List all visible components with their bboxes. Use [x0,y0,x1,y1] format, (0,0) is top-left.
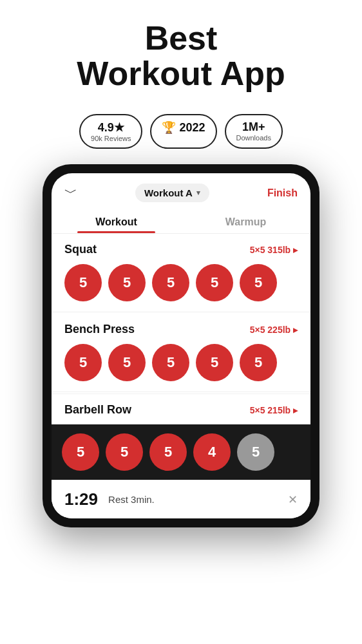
rating-value: 4.9★ [98,120,124,135]
squat-set-5[interactable]: 5 [240,264,277,301]
squat-header: Squat 5×5 315lb ▸ [64,243,298,256]
exercise-bench-press: Bench Press 5×5 225lb ▸ 5 5 5 5 5 [52,314,310,392]
bench-set-3[interactable]: 5 [152,344,189,381]
timer-close-button[interactable]: ✕ [288,493,298,507]
downloads-sub: Downloads [236,134,271,142]
badge-downloads: 1M+ Downloads [225,114,283,149]
downloads-value: 1M+ [242,120,265,134]
tab-workout[interactable]: Workout [52,210,181,233]
finish-button[interactable]: Finish [267,187,298,199]
phone-screen: ﹀ Workout A ▾ Finish Workout Warmup [52,173,310,518]
barbell-name: Barbell Row [64,403,131,417]
barbell-set-3[interactable]: 5 [149,433,187,471]
exercise-squat: Squat 5×5 315lb ▸ 5 5 5 5 5 [52,234,310,312]
exercise-barbell-row: Barbell Row 5×5 215lb ▸ [52,393,310,424]
barbell-sets-label[interactable]: 5×5 215lb ▸ [250,405,298,415]
bench-header: Bench Press 5×5 225lb ▸ [64,323,298,336]
squat-set-1[interactable]: 5 [64,264,102,301]
barbell-set-2[interactable]: 5 [106,433,143,471]
bench-set-2[interactable]: 5 [108,344,146,381]
squat-sets-row: 5 5 5 5 5 [64,264,298,301]
tab-warmup[interactable]: Warmup [181,210,310,233]
barbell-set-5[interactable]: 5 [237,433,274,471]
squat-set-2[interactable]: 5 [108,264,146,301]
bench-set-4[interactable]: 5 [196,344,233,381]
bench-set-5[interactable]: 5 [240,344,277,381]
app-topbar: ﹀ Workout A ▾ Finish [52,173,310,207]
page-wrapper: Best Workout App 4.9★ 90k Reviews 🏆 2022… [0,0,362,527]
back-chevron-icon[interactable]: ﹀ [64,184,77,202]
rest-timer: 1:29 Rest 3min. ✕ [52,480,310,518]
bench-set-1[interactable]: 5 [64,344,102,381]
header-title: Best Workout App [77,21,285,91]
rating-sub: 90k Reviews [91,135,131,142]
squat-set-3[interactable]: 5 [152,264,189,301]
dropdown-arrow-icon: ▾ [196,189,200,197]
squat-set-4[interactable]: 5 [196,264,233,301]
barbell-set-4[interactable]: 4 [193,433,231,471]
timer-time: 1:29 [64,489,98,509]
phone-mockup: ﹀ Workout A ▾ Finish Workout Warmup [43,164,319,527]
bottom-sets-bar: 5 5 5 4 5 [52,424,310,480]
header: Best Workout App [64,0,298,104]
badge-rating: 4.9★ 90k Reviews [79,114,142,149]
badge-award: 🏆 2022 [150,114,216,149]
tabs-bar: Workout Warmup [52,210,310,234]
timer-label: Rest 3min. [108,494,278,505]
barbell-header: Barbell Row 5×5 215lb ▸ [64,403,298,417]
workout-selector[interactable]: Workout A ▾ [135,184,209,202]
squat-sets-label[interactable]: 5×5 315lb ▸ [250,245,298,255]
badges-row: 4.9★ 90k Reviews 🏆 2022 1M+ Downloads [79,114,283,149]
bench-sets-label[interactable]: 5×5 225lb ▸ [250,325,298,335]
bench-sets-row: 5 5 5 5 5 [64,344,298,381]
workout-name: Workout A [144,187,193,198]
bench-name: Bench Press [64,323,135,336]
award-value: 🏆 2022 [162,120,205,135]
squat-name: Squat [64,243,97,256]
barbell-set-1[interactable]: 5 [62,433,99,471]
